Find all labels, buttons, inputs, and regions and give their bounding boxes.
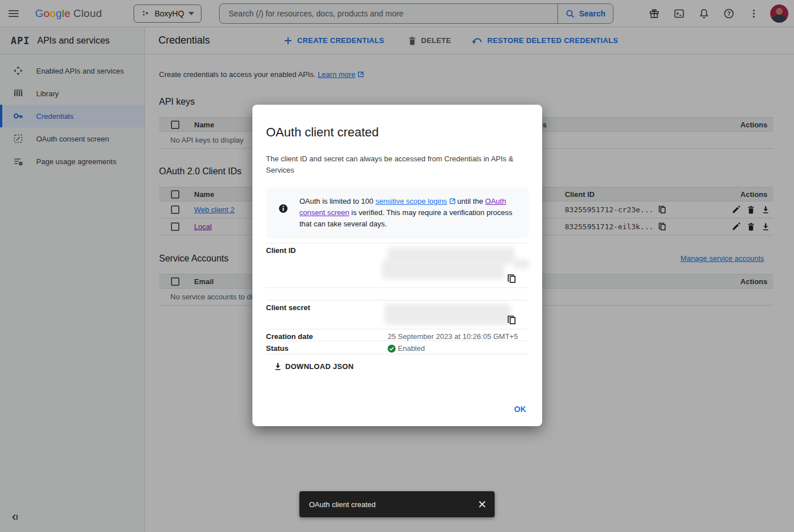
client-id-row: Client ID	[266, 243, 529, 288]
copy-icon[interactable]	[507, 315, 516, 327]
oauth-client-created-dialog: OAuth client created The client ID and s…	[252, 105, 542, 426]
notice-text: OAuth is limited to 100 sensitive scope …	[299, 196, 514, 230]
copy-icon[interactable]	[507, 274, 516, 285]
details-spacer	[266, 288, 529, 300]
client-id-label: Client ID	[266, 243, 388, 288]
creation-date-row: Creation date 25 September 2023 at 10:26…	[266, 329, 529, 341]
info-icon	[278, 204, 288, 213]
sensitive-scope-logins-link[interactable]: sensitive scope logins	[375, 197, 447, 205]
client-details: Client ID Client secret	[266, 243, 529, 354]
external-link-icon	[449, 198, 456, 204]
download-icon	[274, 362, 282, 371]
status-badge: Enabled	[388, 344, 529, 353]
status-label: Status	[266, 341, 388, 354]
ok-button[interactable]: OK	[514, 405, 526, 414]
dialog-title: OAuth client created	[266, 125, 529, 140]
oauth-limit-notice: OAuth is limited to 100 sensitive scope …	[266, 187, 529, 238]
toast-message: OAuth client created	[309, 500, 478, 509]
download-json-button[interactable]: DOWNLOAD JSON	[274, 362, 354, 371]
client-secret-label: Client secret	[266, 301, 388, 329]
creation-date-label: Creation date	[266, 329, 388, 341]
notice-pre: OAuth is limited to 100	[299, 197, 375, 205]
close-icon[interactable]	[478, 500, 487, 509]
check-circle-icon	[388, 345, 396, 353]
notice-mid: until the	[456, 197, 486, 205]
download-json-label: DOWNLOAD JSON	[285, 362, 354, 371]
toast-notification: OAuth client created	[299, 491, 495, 517]
client-secret-row: Client secret	[266, 300, 529, 329]
dialog-subtitle: The client ID and secret can always be a…	[266, 153, 515, 176]
creation-date-value: 25 September 2023 at 10:26:05 GMT+5	[388, 329, 529, 341]
status-row: Status Enabled	[266, 341, 529, 354]
status-text: Enabled	[398, 344, 425, 353]
